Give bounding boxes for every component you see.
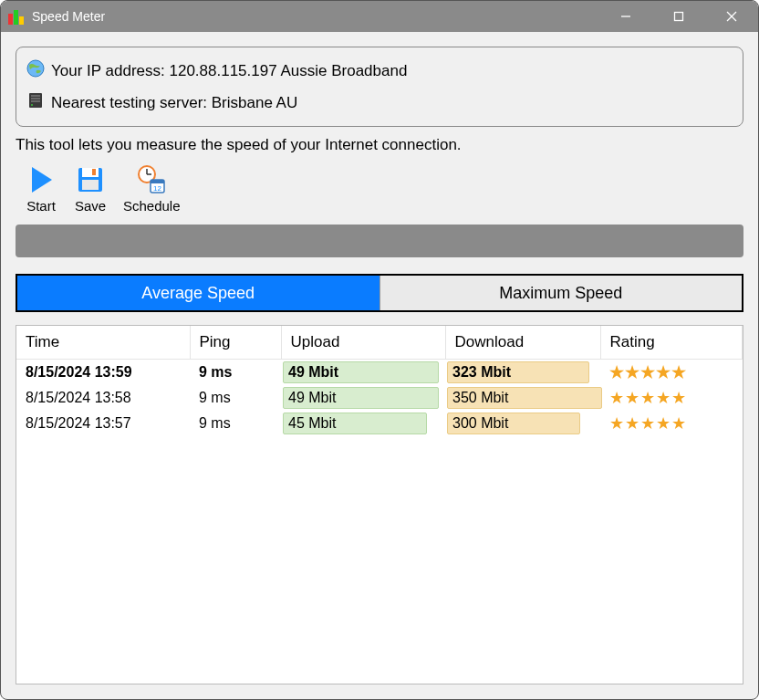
close-button[interactable] [705, 1, 758, 32]
star-icon: ★★★★★ [609, 414, 687, 433]
save-button[interactable]: Save [74, 163, 107, 214]
save-icon [74, 163, 107, 196]
cell-download: 300 Mbit [445, 411, 600, 436]
window-controls [599, 1, 758, 32]
schedule-label: Schedule [123, 198, 181, 214]
svg-rect-1 [14, 10, 18, 25]
globe-icon [26, 58, 46, 83]
description-text: This tool lets you measure the speed of … [16, 134, 743, 156]
svg-rect-10 [31, 98, 40, 99]
col-header-download[interactable]: Download [445, 326, 600, 360]
schedule-button[interactable]: 12 Schedule [123, 163, 181, 214]
col-header-time[interactable]: Time [16, 326, 190, 360]
server-info-text: Nearest testing server: Brisbane AU [51, 94, 297, 112]
window-title: Speed Meter [32, 9, 599, 24]
progress-bar [16, 225, 743, 257]
content-area: Your IP address: 120.88.115.197 Aussie B… [1, 32, 758, 699]
svg-rect-11 [31, 100, 40, 102]
save-label: Save [75, 198, 106, 214]
cell-upload: 49 Mbit [281, 385, 445, 411]
cell-rating: ★★★★★ [600, 411, 743, 436]
results-table: Time Ping Upload Download Rating 8/15/20… [16, 326, 743, 436]
table-row[interactable]: 8/15/2024 13:579 ms45 Mbit300 Mbit★★★★★ [16, 411, 743, 436]
server-info-row: Nearest testing server: Brisbane AU [26, 87, 733, 119]
play-icon [25, 163, 57, 196]
col-header-upload[interactable]: Upload [281, 326, 445, 360]
svg-text:12: 12 [153, 184, 161, 193]
svg-rect-2 [19, 16, 24, 25]
cell-download: 350 Mbit [445, 385, 600, 411]
ip-info-row: Your IP address: 120.88.115.197 Aussie B… [26, 55, 733, 87]
cell-time: 8/15/2024 13:59 [16, 360, 190, 386]
toolbar: Start Save [16, 163, 743, 214]
cell-ping: 9 ms [190, 360, 281, 386]
svg-rect-16 [92, 169, 96, 175]
cell-rating: ★★★★★ [600, 360, 743, 386]
col-header-rating[interactable]: Rating [600, 326, 743, 360]
schedule-icon: 12 [135, 163, 168, 196]
cell-download: 323 Mbit [445, 360, 600, 386]
star-icon: ★★★★★ [609, 363, 687, 381]
results-grid[interactable]: Time Ping Upload Download Rating 8/15/20… [16, 325, 743, 684]
svg-point-12 [31, 104, 33, 106]
svg-rect-0 [8, 14, 13, 25]
tab-average-speed[interactable]: Average Speed [17, 276, 380, 310]
server-icon [26, 90, 46, 115]
cell-rating: ★★★★★ [600, 385, 743, 411]
svg-marker-13 [32, 167, 52, 193]
col-header-ping[interactable]: Ping [190, 326, 281, 360]
cell-time: 8/15/2024 13:57 [16, 411, 190, 436]
app-window: Speed Meter You [0, 0, 759, 700]
svg-rect-9 [31, 95, 40, 97]
svg-rect-17 [82, 180, 99, 190]
svg-rect-22 [151, 180, 164, 183]
maximize-button[interactable] [652, 1, 705, 32]
minimize-button[interactable] [599, 1, 652, 32]
app-icon [8, 8, 25, 25]
tab-maximum-speed[interactable]: Maximum Speed [380, 276, 743, 310]
cell-upload: 49 Mbit [281, 360, 445, 386]
table-header-row: Time Ping Upload Download Rating [16, 326, 743, 360]
cell-ping: 9 ms [190, 385, 281, 411]
info-panel: Your IP address: 120.88.115.197 Aussie B… [16, 47, 743, 127]
star-icon: ★★★★★ [609, 389, 687, 407]
start-label: Start [26, 198, 56, 214]
svg-rect-15 [82, 168, 99, 177]
cell-time: 8/15/2024 13:58 [16, 385, 190, 411]
table-row[interactable]: 8/15/2024 13:599 ms49 Mbit323 Mbit★★★★★ [16, 360, 743, 386]
start-button[interactable]: Start [25, 163, 57, 214]
title-bar[interactable]: Speed Meter [1, 1, 758, 32]
table-row[interactable]: 8/15/2024 13:589 ms49 Mbit350 Mbit★★★★★ [16, 385, 743, 411]
cell-upload: 45 Mbit [281, 411, 445, 436]
cell-ping: 9 ms [190, 411, 281, 436]
svg-rect-4 [675, 13, 683, 21]
tab-bar: Average Speed Maximum Speed [16, 274, 743, 312]
ip-info-text: Your IP address: 120.88.115.197 Aussie B… [51, 62, 407, 80]
